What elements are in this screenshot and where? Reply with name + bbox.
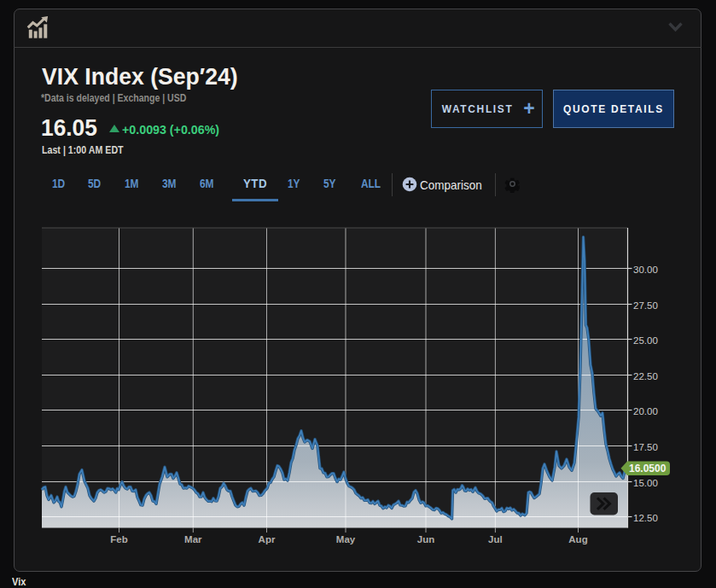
svg-text:May: May	[336, 534, 356, 544]
svg-text:22.50: 22.50	[633, 371, 658, 381]
svg-text:12.50: 12.50	[633, 513, 658, 523]
svg-text:Feb: Feb	[110, 534, 127, 544]
svg-text:27.50: 27.50	[633, 300, 658, 311]
svg-text:Jul: Jul	[488, 534, 503, 544]
svg-text:Apr: Apr	[259, 534, 276, 544]
svg-text:17.50: 17.50	[633, 442, 658, 452]
svg-text:Mar: Mar	[184, 534, 202, 544]
svg-text:Jun: Jun	[417, 534, 434, 544]
svg-text:16.0500: 16.0500	[629, 463, 667, 474]
svg-text:Aug: Aug	[568, 534, 587, 544]
svg-text:30.00: 30.00	[633, 265, 658, 275]
svg-text:15.00: 15.00	[633, 478, 658, 488]
svg-text:25.00: 25.00	[633, 335, 658, 346]
svg-text:20.00: 20.00	[633, 406, 658, 416]
